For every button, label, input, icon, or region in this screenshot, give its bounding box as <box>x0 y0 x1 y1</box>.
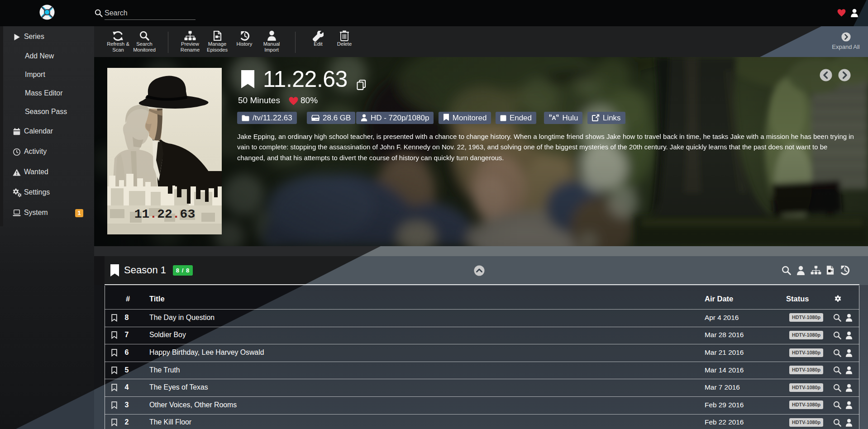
svg-text:A: A <box>552 114 556 121</box>
svg-text:11.22.63: 11.22.63 <box>134 207 195 221</box>
